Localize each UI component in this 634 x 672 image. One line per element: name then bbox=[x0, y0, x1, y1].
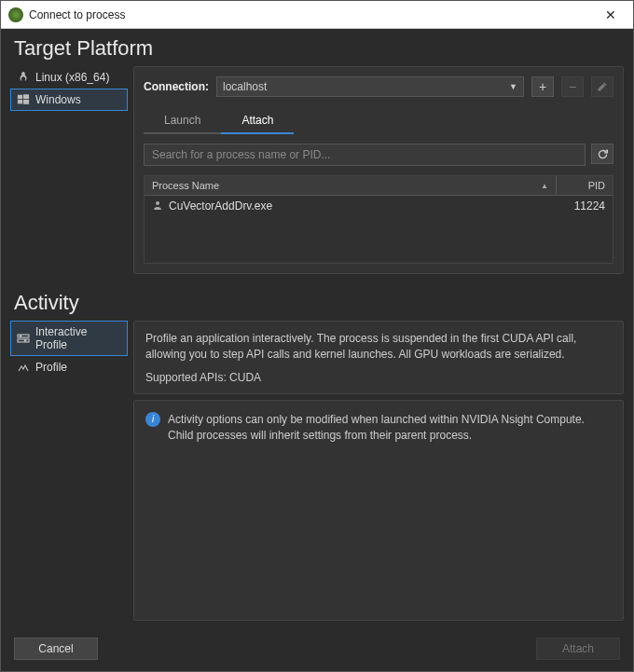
activity-item-profile[interactable]: Profile bbox=[10, 356, 128, 378]
section-target-platform: Target Platform bbox=[1, 29, 633, 66]
svg-rect-6 bbox=[18, 339, 29, 342]
svg-point-8 bbox=[24, 340, 26, 342]
dialog-window: Connect to process ✕ Target Platform Lin… bbox=[0, 0, 634, 672]
activity-label: Interactive Profile bbox=[35, 325, 121, 351]
table-body: CuVectorAddDrv.exe 11224 bbox=[145, 196, 613, 263]
svg-point-7 bbox=[20, 336, 21, 337]
activity-right: Profile an application interactively. Th… bbox=[133, 321, 633, 630]
activity-item-interactive-profile[interactable]: Interactive Profile bbox=[10, 321, 128, 356]
svg-rect-3 bbox=[23, 100, 29, 104]
search-input[interactable] bbox=[144, 144, 586, 166]
platform-item-linux[interactable]: Linux (x86_64) bbox=[10, 66, 128, 89]
interactive-profile-icon bbox=[17, 332, 30, 345]
process-table: Process Name ▲ PID C bbox=[144, 175, 613, 264]
chevron-down-icon: ▼ bbox=[509, 82, 517, 91]
activity-info-panel: i Activity options can only be modified … bbox=[133, 400, 624, 621]
footer: Cancel Attach bbox=[1, 630, 633, 671]
platform-list: Linux (x86_64) Windows bbox=[1, 66, 133, 283]
col-process-name[interactable]: Process Name ▲ bbox=[145, 176, 557, 195]
windows-icon bbox=[17, 93, 30, 106]
tab-launch[interactable]: Launch bbox=[144, 108, 221, 134]
table-header: Process Name ▲ PID bbox=[145, 176, 613, 196]
activity-desc-panel: Profile an application interactively. Th… bbox=[133, 321, 624, 394]
activity-split: Interactive Profile Profile Profile an a… bbox=[1, 321, 633, 630]
titlebar: Connect to process ✕ bbox=[1, 1, 633, 29]
table-row[interactable]: CuVectorAddDrv.exe 11224 bbox=[145, 196, 613, 216]
platform-label: Windows bbox=[35, 93, 81, 106]
cell-pid: 11224 bbox=[549, 199, 605, 213]
activity-description: Profile an application interactively. Th… bbox=[134, 322, 623, 367]
tabs: Launch Attach bbox=[134, 103, 623, 134]
target-split: Linux (x86_64) Windows Connection: local… bbox=[1, 66, 633, 283]
info-message: Activity options can only be modified wh… bbox=[168, 412, 612, 445]
connection-row: Connection: localhost ▼ + − bbox=[134, 67, 623, 103]
profile-icon bbox=[17, 361, 30, 374]
supported-apis: Supported APIs: CUDA bbox=[134, 367, 623, 393]
info-icon: i bbox=[145, 412, 160, 427]
svg-rect-1 bbox=[23, 94, 29, 99]
app-icon bbox=[8, 7, 23, 22]
add-connection-button[interactable]: + bbox=[531, 76, 554, 97]
platform-label: Linux (x86_64) bbox=[35, 71, 109, 84]
remove-connection-button: − bbox=[561, 76, 584, 97]
info-box: i Activity options can only be modified … bbox=[134, 401, 623, 456]
cancel-button[interactable]: Cancel bbox=[14, 638, 98, 660]
sort-asc-icon: ▲ bbox=[541, 182, 548, 190]
svg-rect-2 bbox=[18, 100, 22, 103]
refresh-button[interactable] bbox=[591, 144, 613, 164]
activity-label: Profile bbox=[35, 361, 67, 374]
connection-panel: Connection: localhost ▼ + − Launch bbox=[133, 66, 624, 274]
edit-connection-button bbox=[591, 76, 613, 97]
cell-name: CuVectorAddDrv.exe bbox=[152, 199, 549, 213]
search-row bbox=[134, 134, 623, 175]
connection-select[interactable]: localhost ▼ bbox=[216, 76, 524, 97]
platform-item-windows[interactable]: Windows bbox=[10, 89, 128, 111]
connection-value: localhost bbox=[223, 80, 267, 93]
col-pid[interactable]: PID bbox=[557, 176, 613, 195]
attach-button: Attach bbox=[536, 638, 620, 660]
connection-label: Connection: bbox=[144, 80, 209, 93]
process-icon bbox=[152, 200, 163, 212]
svg-point-4 bbox=[156, 201, 159, 205]
target-right: Connection: localhost ▼ + − Launch bbox=[133, 66, 633, 283]
svg-rect-0 bbox=[18, 95, 22, 99]
tab-attach[interactable]: Attach bbox=[221, 108, 294, 134]
dialog-body: Target Platform Linux (x86_64) Windows bbox=[1, 29, 633, 671]
section-activity: Activity bbox=[1, 283, 633, 321]
close-button[interactable]: ✕ bbox=[596, 4, 626, 26]
linux-icon bbox=[17, 71, 30, 84]
activity-list: Interactive Profile Profile bbox=[1, 321, 133, 630]
window-title: Connect to process bbox=[29, 8, 596, 21]
